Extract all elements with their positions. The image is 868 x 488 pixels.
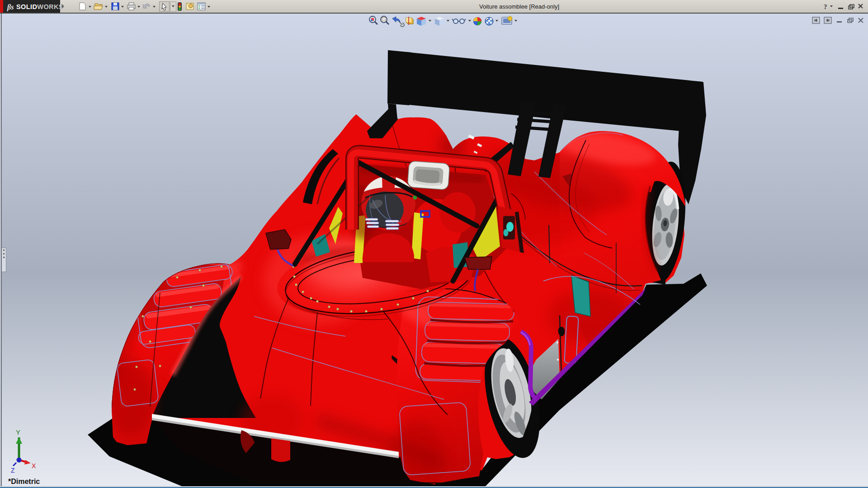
svg-text:βs: βs	[7, 3, 14, 11]
svg-text:SOLIDWORKS: SOLIDWORKS	[16, 3, 63, 10]
svg-text:Z: Z	[11, 467, 15, 474]
svg-text:?: ?	[824, 3, 827, 10]
svg-text:Y: Y	[16, 428, 20, 436]
svg-text:X: X	[32, 462, 36, 469]
